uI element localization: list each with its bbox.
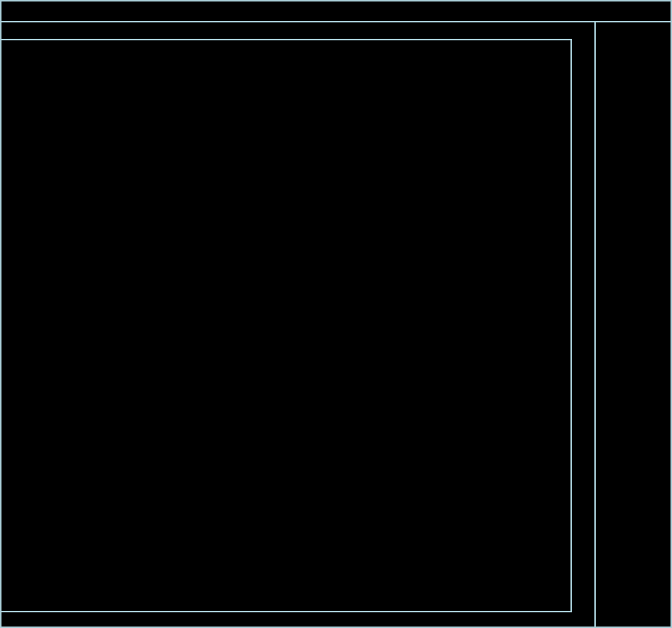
radar-map-canvas: [0, 0, 672, 628]
radar-viewer-window: { "window": { "title": "Single_Scan_VIL"…: [0, 0, 672, 628]
